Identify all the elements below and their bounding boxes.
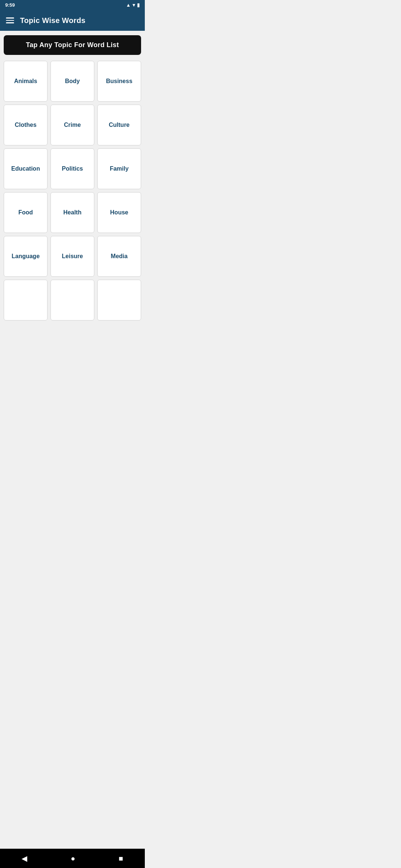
topic-item-row6col3 xyxy=(97,280,141,320)
topic-label-animals: Animals xyxy=(11,75,40,88)
topic-label-clothes: Clothes xyxy=(12,119,40,131)
topic-label-business: Business xyxy=(103,75,135,88)
topic-item-family[interactable]: Family xyxy=(97,148,141,189)
topic-grid: AnimalsBodyBusinessClothesCrimeCultureEd… xyxy=(0,59,145,326)
header: Topic Wise Words xyxy=(0,10,145,31)
topic-item-education[interactable]: Education xyxy=(4,148,48,189)
topic-label-language: Language xyxy=(9,250,43,263)
topic-item-health[interactable]: Health xyxy=(50,192,94,233)
topic-item-clothes[interactable]: Clothes xyxy=(4,105,48,145)
topic-label-health: Health xyxy=(61,206,85,219)
topic-label-leisure: Leisure xyxy=(59,250,86,263)
topic-item-row6col2 xyxy=(50,280,94,320)
topic-item-culture[interactable]: Culture xyxy=(97,105,141,145)
menu-button[interactable] xyxy=(6,17,14,23)
topic-item-language[interactable]: Language xyxy=(4,236,48,277)
wifi-icon: ▾ xyxy=(133,2,135,8)
signal-icon: ▲ xyxy=(126,2,131,8)
banner-text: Tap Any Topic For Word List xyxy=(26,41,119,49)
topic-label-row6col3 xyxy=(116,297,122,303)
status-time: 9:59 xyxy=(5,2,15,8)
topic-label-house: House xyxy=(107,206,131,219)
topic-label-row6col2 xyxy=(69,297,75,303)
topic-label-family: Family xyxy=(107,162,132,175)
banner: Tap Any Topic For Word List xyxy=(4,35,141,55)
topic-item-animals[interactable]: Animals xyxy=(4,61,48,102)
topic-label-crime: Crime xyxy=(61,119,84,131)
topic-item-row6col1 xyxy=(4,280,48,320)
battery-icon: ▮ xyxy=(137,2,140,8)
topic-label-body: Body xyxy=(62,75,83,88)
topic-label-media: Media xyxy=(108,250,130,263)
topic-label-politics: Politics xyxy=(59,162,86,175)
topic-label-education: Education xyxy=(8,162,43,175)
topic-item-leisure[interactable]: Leisure xyxy=(50,236,94,277)
topic-item-food[interactable]: Food xyxy=(4,192,48,233)
status-bar: 9:59 ▲ ▾ ▮ xyxy=(0,0,145,10)
topic-label-row6col1 xyxy=(23,297,29,303)
topic-item-business[interactable]: Business xyxy=(97,61,141,102)
status-icons: ▲ ▾ ▮ xyxy=(126,2,140,8)
topic-label-culture: Culture xyxy=(106,119,133,131)
topic-item-politics[interactable]: Politics xyxy=(50,148,94,189)
topic-item-media[interactable]: Media xyxy=(97,236,141,277)
topic-item-house[interactable]: House xyxy=(97,192,141,233)
page-title: Topic Wise Words xyxy=(20,16,85,25)
topic-label-food: Food xyxy=(15,206,36,219)
topic-item-crime[interactable]: Crime xyxy=(50,105,94,145)
topic-item-body[interactable]: Body xyxy=(50,61,94,102)
